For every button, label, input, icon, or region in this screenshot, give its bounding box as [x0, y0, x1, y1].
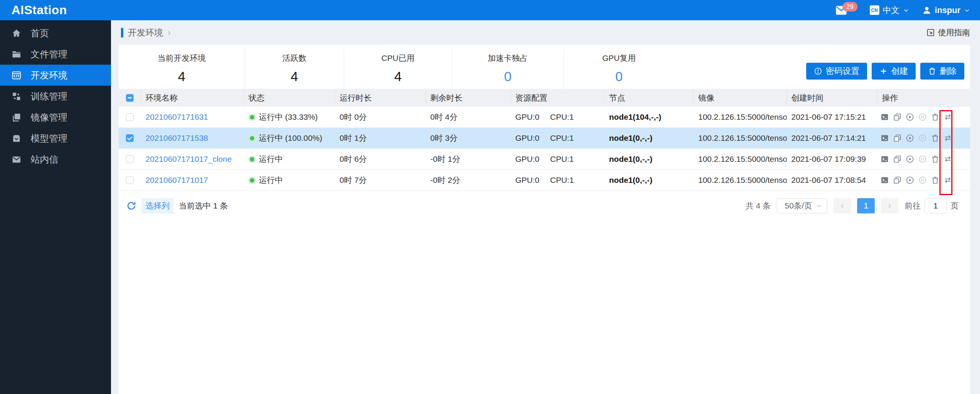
page-size-select[interactable]: 50条/页: [777, 198, 827, 213]
delete-icon[interactable]: [931, 134, 939, 142]
column-header: 剩余时长: [426, 89, 511, 107]
table-row[interactable]: 20210607171538运行中 (100.00%)0时 1分0时 3分GPU…: [119, 128, 970, 149]
prev-page-button[interactable]: ‹: [833, 198, 851, 213]
row-checkbox[interactable]: [126, 176, 134, 184]
terminal-icon[interactable]: [880, 155, 889, 163]
pause-icon[interactable]: [918, 113, 927, 121]
transfer-icon[interactable]: [944, 155, 952, 163]
stat-value: 0: [452, 69, 564, 84]
table-row[interactable]: 20210607171017运行中0时 7分-0时 2分GPU:0CPU:1no…: [119, 170, 970, 191]
start-icon[interactable]: [906, 155, 914, 163]
sidebar-item-code-window[interactable]: 开发环境: [0, 65, 111, 86]
content-card: 当前开发环境4活跃数4CPU已用4加速卡独占0GPU复用0 密码设置 创建: [119, 45, 970, 394]
env-name-cell: 20210607171538: [141, 128, 244, 148]
transfer-icon[interactable]: [944, 134, 952, 142]
language-label: 中文: [883, 5, 900, 16]
start-icon[interactable]: [906, 176, 914, 184]
sidebar-item-layers[interactable]: 镜像管理: [0, 107, 111, 128]
language-switcher[interactable]: CN 中文: [870, 5, 909, 16]
language-icon: CN: [870, 5, 879, 15]
select-all-checkbox[interactable]: [126, 94, 134, 102]
pause-icon[interactable]: [918, 155, 927, 163]
sidebar-item-label: 训练管理: [31, 90, 67, 103]
row-checkbox-cell: [119, 170, 141, 190]
create-button[interactable]: 创建: [872, 63, 916, 80]
table-row[interactable]: 20210607171631运行中 (33.33%)0时 0分0时 4分GPU:…: [119, 107, 970, 128]
start-icon[interactable]: [906, 134, 914, 142]
sidebar-item-label: 镜像管理: [31, 111, 67, 124]
terminal-icon[interactable]: [880, 134, 889, 142]
env-name-link[interactable]: 20210607171017: [145, 176, 208, 185]
chevron-right-icon: ›: [168, 27, 171, 38]
app-logo[interactable]: AIStation: [11, 3, 67, 17]
transfer-icon[interactable]: [944, 176, 952, 184]
breadcrumb-row: 开发环境 › 使用指南: [111, 20, 980, 45]
refresh-icon[interactable]: [126, 201, 136, 211]
row-checkbox[interactable]: [126, 113, 134, 121]
current-page-button[interactable]: 1: [857, 198, 875, 213]
clone-icon[interactable]: [893, 155, 902, 163]
pagination: 共 4 条 50条/页 ‹ 1 › 前往: [746, 198, 959, 213]
delete-icon[interactable]: [931, 113, 939, 121]
row-checkbox-cell: [119, 128, 141, 148]
clone-icon[interactable]: [893, 134, 902, 142]
sidebar-item-folder[interactable]: 文件管理: [0, 44, 111, 65]
column-header: 状态: [244, 89, 335, 107]
user-icon: [922, 6, 931, 15]
chevron-down-icon: [964, 7, 970, 13]
node-value: node1(0,-,-): [609, 155, 652, 164]
env-name-link[interactable]: 20210607171017_clone: [145, 155, 232, 164]
row-checkbox[interactable]: [126, 155, 134, 163]
sidebar-item-label: 开发环境: [31, 69, 67, 81]
sidebar-item-label: 站内信: [31, 153, 58, 166]
sidebar-item-model-box[interactable]: 模型管理: [0, 128, 111, 149]
status-text: 运行中: [259, 154, 283, 164]
select-columns-button[interactable]: 选择列: [142, 198, 173, 213]
select-all-checkbox-cell: [119, 89, 141, 107]
env-name-link[interactable]: 20210607171631: [145, 112, 208, 122]
table-body: 20210607171631运行中 (33.33%)0时 0分0时 4分GPU:…: [119, 107, 970, 191]
guide-link[interactable]: 使用指南: [926, 27, 970, 38]
column-header: 运行时长: [335, 89, 426, 107]
user-menu[interactable]: inspur: [922, 5, 970, 15]
goto-page-input[interactable]: [924, 198, 947, 213]
node-cell: node1(104,-,-): [604, 107, 694, 127]
breadcrumb[interactable]: 开发环境 ›: [121, 27, 171, 39]
home-icon: [11, 28, 21, 38]
clone-icon[interactable]: [893, 176, 902, 184]
terminal-icon[interactable]: [880, 113, 889, 121]
stat-label: CPU已用: [344, 53, 452, 63]
image-cell: 100.2.126.15:5000/tensor...: [694, 107, 787, 127]
env-name-link[interactable]: 20210607171538: [145, 134, 208, 143]
cpu-value: CPU:1: [550, 134, 574, 143]
row-checkbox[interactable]: [126, 134, 134, 142]
sidebar-item-home[interactable]: 首页: [0, 23, 111, 44]
gpu-value: GPU:0: [515, 176, 539, 185]
stat-card: GPU复用0: [564, 50, 674, 89]
mail-button[interactable]: 29: [836, 6, 857, 15]
topbar-right: 29 CN 中文 inspur: [836, 5, 970, 16]
page-size-value: 50条/页: [785, 200, 812, 211]
transfer-icon[interactable]: [944, 113, 952, 121]
gpu-value: GPU:0: [515, 112, 539, 122]
pause-icon[interactable]: [918, 176, 927, 184]
table-row[interactable]: 20210607171017_clone运行中0时 6分-0时 1分GPU:0C…: [119, 149, 970, 170]
sidebar-item-envelope[interactable]: 站内信: [0, 149, 111, 170]
delete-icon[interactable]: [931, 155, 939, 163]
pause-icon[interactable]: [918, 134, 927, 142]
sidebar-item-training[interactable]: 训练管理: [0, 86, 111, 107]
breadcrumb-accent-bar: [121, 28, 123, 37]
status-text: 运行中: [259, 175, 283, 186]
clone-icon[interactable]: [893, 113, 902, 121]
stat-label: 当前开发环境: [119, 53, 245, 63]
delete-icon[interactable]: [931, 176, 939, 184]
operations-cell: [877, 170, 970, 190]
status-cell: 运行中 (100.00%): [244, 128, 335, 148]
column-header: 环境名称: [141, 89, 244, 107]
next-page-button[interactable]: ›: [881, 198, 898, 213]
gpu-value: GPU:0: [515, 134, 539, 143]
password-settings-button[interactable]: 密码设置: [806, 63, 867, 80]
terminal-icon[interactable]: [880, 176, 889, 184]
delete-button[interactable]: 删除: [920, 63, 964, 80]
start-icon[interactable]: [906, 113, 914, 121]
